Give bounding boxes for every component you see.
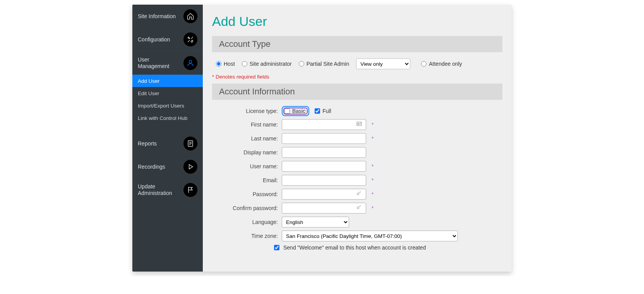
sidebar-sub-label: Add User bbox=[138, 78, 159, 84]
checkbox-welcome-email[interactable] bbox=[274, 245, 279, 250]
label-last-name: Last name: bbox=[212, 135, 282, 142]
radio-label: Host bbox=[224, 61, 235, 67]
row-email: Email: * bbox=[212, 175, 502, 186]
license-basic-highlight: Basic bbox=[282, 106, 309, 116]
home-icon bbox=[183, 9, 197, 23]
sidebar-sub-edit-user[interactable]: Edit User bbox=[132, 87, 203, 99]
label-license-type: License type: bbox=[212, 108, 282, 114]
sidebar-sub-add-user[interactable]: Add User bbox=[132, 75, 203, 87]
row-welcome-email: Send "Welcome" email to this host when a… bbox=[274, 244, 502, 251]
radio-site-admin[interactable]: Site administrator bbox=[242, 61, 292, 67]
input-display-name[interactable] bbox=[282, 147, 366, 158]
radio-label: Site administrator bbox=[250, 61, 292, 67]
account-type-row: Host Site administrator Partial Site Adm… bbox=[216, 58, 502, 69]
label-language: Language: bbox=[212, 219, 282, 225]
license-basic-label: Basic bbox=[292, 108, 305, 114]
required-star: * bbox=[372, 205, 373, 211]
tools-icon bbox=[183, 32, 197, 46]
svg-point-0 bbox=[189, 60, 192, 63]
row-user-name: User name: * bbox=[212, 161, 502, 172]
select-timezone[interactable]: San Francisco (Pacific Daylight Time, GM… bbox=[282, 231, 458, 241]
required-star: * bbox=[372, 121, 373, 128]
input-last-name[interactable] bbox=[282, 133, 366, 144]
radio-partial-site-admin[interactable]: Partial Site Admin bbox=[299, 61, 349, 67]
label-email: Email: bbox=[212, 177, 282, 183]
radio-partial-input[interactable] bbox=[299, 61, 304, 67]
required-note: * Denotes required fields bbox=[212, 74, 502, 80]
sidebar-sub-import-export[interactable]: Import/Export Users bbox=[132, 99, 203, 112]
document-icon bbox=[183, 137, 197, 150]
sidebar-item-recordings[interactable]: Recordings bbox=[132, 155, 203, 178]
label-timezone: Time zone: bbox=[212, 233, 282, 239]
section-header-account-information: Account Information bbox=[212, 84, 502, 100]
label-user-name: User name: bbox=[212, 163, 282, 169]
app-window: Site Information Configuration User Mana… bbox=[132, 5, 512, 272]
sidebar-label: User Management bbox=[138, 56, 183, 70]
input-first-name[interactable] bbox=[282, 119, 366, 130]
row-timezone: Time zone: San Francisco (Pacific Daylig… bbox=[212, 231, 502, 241]
user-icon bbox=[183, 56, 197, 70]
sidebar-sub-label: Edit User bbox=[138, 91, 159, 96]
partial-site-admin-select[interactable]: View only bbox=[356, 58, 410, 69]
radio-label: Attendee only bbox=[429, 61, 462, 67]
sidebar-item-user-management[interactable]: User Management bbox=[132, 51, 203, 75]
radio-attendee-input[interactable] bbox=[421, 61, 426, 67]
label-first-name: First name: bbox=[212, 121, 282, 128]
sidebar-sub-link-control-hub[interactable]: Link with Control Hub bbox=[132, 112, 203, 124]
page-title: Add User bbox=[212, 14, 502, 29]
required-star: * bbox=[372, 135, 373, 142]
sidebar-sub-label: Import/Export Users bbox=[138, 103, 184, 109]
label-password: Password: bbox=[212, 191, 282, 197]
welcome-email-label: Send "Welcome" email to this host when a… bbox=[283, 244, 426, 251]
select-language[interactable]: English bbox=[282, 217, 349, 227]
license-full-label: Full bbox=[322, 108, 331, 114]
row-last-name: Last name: * bbox=[212, 133, 502, 144]
sidebar-label: Configuration bbox=[138, 36, 183, 43]
sidebar-item-configuration[interactable]: Configuration bbox=[132, 28, 203, 51]
radio-host[interactable]: Host bbox=[216, 61, 235, 67]
row-language: Language: English bbox=[212, 217, 502, 227]
svg-marker-5 bbox=[189, 164, 193, 169]
checkbox-license-full[interactable] bbox=[315, 108, 320, 114]
label-confirm-password: Confirm password: bbox=[212, 205, 282, 211]
radio-attendee-only[interactable]: Attendee only bbox=[421, 61, 462, 67]
input-confirm-password[interactable] bbox=[282, 203, 366, 214]
radio-site-admin-input[interactable] bbox=[242, 61, 247, 67]
radio-host-input[interactable] bbox=[216, 61, 221, 67]
flag-icon bbox=[183, 183, 197, 197]
checkbox-license-basic[interactable] bbox=[284, 108, 290, 114]
sidebar-item-reports[interactable]: Reports bbox=[132, 132, 203, 155]
row-confirm-password: Confirm password: * bbox=[212, 203, 502, 214]
section-header-account-type: Account Type bbox=[212, 36, 502, 52]
sidebar-item-site-information[interactable]: Site Information bbox=[132, 5, 203, 28]
play-icon bbox=[183, 160, 197, 174]
sidebar: Site Information Configuration User Mana… bbox=[132, 5, 203, 272]
sidebar-label: Reports bbox=[138, 140, 183, 147]
required-star: * bbox=[372, 163, 373, 169]
row-first-name: First name: * bbox=[212, 119, 502, 130]
input-user-name[interactable] bbox=[282, 161, 366, 172]
sidebar-label: Update Administration bbox=[138, 183, 183, 197]
required-star: * bbox=[372, 177, 373, 183]
sidebar-label: Site Information bbox=[138, 13, 183, 20]
label-display-name: Display name: bbox=[212, 149, 282, 156]
sidebar-sub-label: Link with Control Hub bbox=[138, 115, 187, 121]
radio-label: Partial Site Admin bbox=[307, 61, 349, 67]
required-star: * bbox=[372, 191, 373, 197]
input-email[interactable] bbox=[282, 175, 366, 186]
sidebar-label: Recordings bbox=[138, 164, 183, 170]
row-license-type: License type: Basic Full bbox=[212, 106, 502, 116]
input-password[interactable] bbox=[282, 189, 366, 200]
sidebar-item-update-administration[interactable]: Update Administration bbox=[132, 178, 203, 202]
main-content: Add User Account Type Host Site administ… bbox=[203, 5, 512, 272]
row-password: Password: * bbox=[212, 189, 502, 200]
row-display-name: Display name: bbox=[212, 147, 502, 158]
